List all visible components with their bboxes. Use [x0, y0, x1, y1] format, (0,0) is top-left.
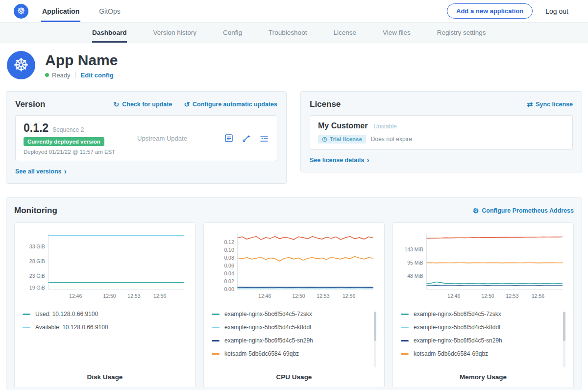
see-all-versions-label: See all versions — [15, 168, 62, 175]
version-action-icons — [224, 133, 269, 143]
monitoring-title: Monitoring — [14, 206, 57, 216]
legend-swatch — [23, 327, 30, 328]
svg-text:12:53: 12:53 — [317, 293, 329, 299]
svg-text:0.10: 0.10 — [224, 247, 234, 253]
topnav-tab-gitops[interactable]: GitOps — [98, 0, 122, 22]
svg-text:33 GiB: 33 GiB — [29, 244, 45, 249]
sync-license-label: Sync license — [536, 101, 573, 108]
tab-troubleshoot[interactable]: Troubleshoot — [269, 23, 307, 43]
see-all-versions-link[interactable]: See all versions › — [15, 168, 67, 175]
preflight-checks-icon[interactable] — [242, 133, 251, 143]
legend-swatch — [212, 340, 220, 341]
cpu-usage-panel: 0.120.100.080.060.040.020.0012:4612:5012… — [203, 222, 385, 388]
memory-usage-legend: example-nginx-5bc6f5d4c5-7zskxexample-ng… — [401, 311, 565, 370]
legend-item: example-nginx-5bc6f5d4c5-7zskx — [212, 311, 368, 317]
app-logo-icon: ☸ — [7, 51, 35, 79]
legend-scrollbar[interactable] — [563, 312, 565, 367]
license-expiration: Does not expire — [371, 136, 412, 143]
license-customer-row: My Customer Unstable — [318, 122, 564, 130]
svg-text:0.08: 0.08 — [224, 255, 234, 261]
check-for-update-link[interactable]: ↻ Check for update — [113, 101, 172, 108]
tab-registry-settings[interactable]: Registry settings — [437, 23, 486, 43]
legend-scrollbar[interactable] — [374, 312, 376, 367]
legend-label: example-nginx-5bc6f5d4c5-k8ddf — [224, 324, 311, 331]
svg-text:0.02: 0.02 — [224, 279, 234, 284]
chevron-right-icon: › — [64, 168, 67, 175]
legend-item: example-nginx-5bc6f5d4c5-k8ddf — [401, 324, 558, 331]
gear-icon: ⚙ — [473, 207, 479, 214]
svg-text:12:56: 12:56 — [532, 293, 544, 299]
configure-prometheus-link[interactable]: ⚙ Configure Prometheus Address — [473, 207, 574, 214]
svg-text:12:50: 12:50 — [481, 293, 494, 299]
legend-item: example-nginx-5bc6f5d4c5-7zskx — [401, 311, 558, 317]
memory-usage-chart: 143 MiB95 MiB48 MiB12:4612:5012:5312:56 — [401, 229, 565, 303]
version-card-title: Version — [15, 99, 45, 109]
add-application-button[interactable]: Add a new application — [447, 3, 533, 19]
legend-label: kotsadm-5db6dc6584-69qbz — [224, 350, 299, 357]
scrollbar-thumb[interactable] — [563, 312, 565, 341]
legend-item: example-nginx-5bc6f5d4c5-k8ddf — [212, 324, 368, 331]
license-card-title: License — [310, 99, 341, 109]
legend-label: example-nginx-5bc6f5d4c5-7zskx — [224, 311, 312, 317]
svg-text:48 MiB: 48 MiB — [407, 273, 423, 279]
legend-label: example-nginx-5bc6f5d4c5-k8ddf — [414, 324, 500, 331]
tab-config[interactable]: Config — [223, 23, 242, 43]
app-name-title: App Name — [45, 52, 118, 68]
version-number: 0.1.2 — [24, 122, 49, 135]
topnav-tab-application[interactable]: Application — [41, 0, 80, 22]
dashboard-main: Version ↻ Check for update ↺ Configure a… — [0, 91, 588, 390]
legend-item: example-nginx-5bc6f5d4c5-sn29h — [212, 337, 368, 344]
legend-swatch — [212, 327, 220, 328]
edit-config-link[interactable]: Edit config — [81, 72, 114, 79]
legend-label: kotsadm-5db6dc6584-69qbz — [414, 350, 488, 357]
version-card-actions: ↻ Check for update ↺ Configure automatic… — [113, 101, 277, 108]
tab-view-files[interactable]: View files — [383, 23, 411, 43]
configure-automatic-updates-link[interactable]: ↺ Configure automatic updates — [184, 101, 277, 108]
disk-usage-chart: 33 GiB28 GiB23 GiB19 GiB12:4612:5012:531… — [23, 229, 187, 303]
svg-text:0.12: 0.12 — [224, 240, 234, 245]
svg-text:12:53: 12:53 — [127, 293, 140, 299]
tab-dashboard[interactable]: Dashboard — [92, 23, 127, 43]
svg-text:12:53: 12:53 — [506, 293, 518, 299]
license-card-header: License ⇄ Sync license — [310, 99, 573, 109]
svg-text:0.06: 0.06 — [224, 263, 234, 268]
app-header-text: App Name Ready Edit config — [45, 52, 118, 79]
status-dot-icon — [45, 73, 49, 77]
see-license-details-link[interactable]: See license details › — [310, 156, 369, 164]
kubernetes-wheel-glyph: ☸ — [13, 55, 29, 75]
deployed-timestamp: Deployed 01/21/22 @ 11:57 am EST — [24, 149, 135, 155]
sync-license-link[interactable]: ⇄ Sync license — [527, 101, 573, 108]
customer-name: My Customer — [318, 122, 368, 130]
svg-text:19 GiB: 19 GiB — [29, 285, 45, 291]
deploy-logs-icon[interactable] — [259, 133, 269, 143]
logout-button[interactable]: Log out — [545, 7, 568, 15]
app-header: ☸ App Name Ready Edit config — [0, 43, 588, 89]
see-license-details-label: See license details — [310, 157, 364, 164]
clock-icon — [322, 137, 327, 142]
svg-text:23 GiB: 23 GiB — [29, 273, 45, 279]
legend-swatch — [401, 340, 409, 341]
license-card: License ⇄ Sync license My Customer Unsta… — [300, 91, 582, 172]
svg-text:0.00: 0.00 — [224, 287, 234, 292]
release-notes-icon[interactable] — [224, 133, 234, 143]
license-type-row: Trial license Does not expire — [318, 135, 564, 144]
svg-text:12:56: 12:56 — [153, 293, 166, 299]
cpu-usage-legend: example-nginx-5bc6f5d4c5-7zskxexample-ng… — [212, 311, 376, 370]
legend-item: Used: 10.128.0.66:9100 — [23, 311, 179, 317]
charts-row: 33 GiB28 GiB23 GiB19 GiB12:4612:5012:531… — [14, 222, 574, 388]
license-info-box: My Customer Unstable Trial license Does … — [310, 115, 573, 150]
scrollbar-thumb[interactable] — [374, 312, 376, 341]
sync-arrows-icon: ⇄ — [527, 101, 533, 108]
tab-license[interactable]: License — [333, 23, 356, 43]
tab-version-history[interactable]: Version history — [153, 23, 197, 43]
legend-item: example-nginx-5bc6f5d4c5-sn29h — [401, 337, 558, 344]
disk-usage-panel: 33 GiB28 GiB23 GiB19 GiB12:4612:5012:531… — [14, 222, 196, 388]
kubernetes-wheel-glyph: ☸ — [17, 5, 25, 17]
check-for-update-label: Check for update — [122, 101, 172, 108]
legend-item: kotsadm-5db6dc6584-69qbz — [212, 350, 368, 357]
upstream-update-label: Upstream Update — [137, 135, 187, 142]
legend-item: Available: 10.128.0.66:9100 — [23, 324, 179, 331]
svg-text:143 MiB: 143 MiB — [404, 247, 423, 252]
monitoring-header: Monitoring ⚙ Configure Prometheus Addres… — [14, 206, 574, 216]
trial-license-badge: Trial license — [318, 135, 366, 144]
